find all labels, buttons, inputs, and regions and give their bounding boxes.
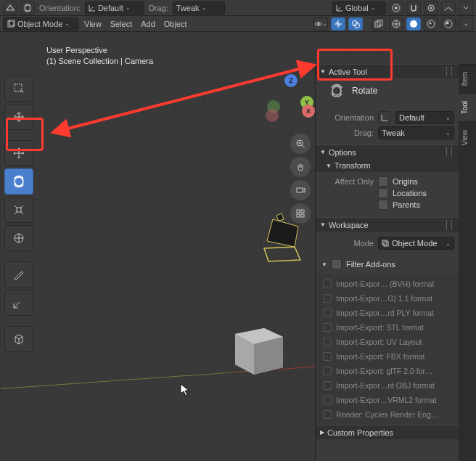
snap-icon[interactable] <box>406 1 421 15</box>
measure-tool[interactable] <box>4 290 33 316</box>
svg-point-15 <box>430 22 432 24</box>
tab-view[interactable]: View <box>459 122 476 153</box>
addon-item[interactable]: Import-Expor…nt OBJ format <box>319 378 456 393</box>
camera-view-icon[interactable] <box>290 180 311 200</box>
panel-orientation-label: Orientation <box>320 113 374 122</box>
affect-only-group: Affect OnlyOrigins Locations Parents <box>316 172 459 217</box>
move-tool[interactable] <box>4 140 33 166</box>
proportional-icon[interactable] <box>424 1 438 15</box>
svg-point-0 <box>25 5 30 11</box>
filter-addons-checkbox[interactable] <box>332 259 342 269</box>
workspace-mode-dropdown[interactable]: Object Mode ⌄ <box>378 237 454 250</box>
drag-grip-icon[interactable]: ┊┊ <box>444 220 454 229</box>
shading-rendered-icon[interactable] <box>441 17 456 30</box>
axis-z-icon[interactable]: Z <box>284 74 298 87</box>
axes-icon <box>336 4 343 12</box>
tab-tool[interactable]: Tool <box>459 93 476 121</box>
visibility-icon[interactable]: ⌄ <box>313 17 328 30</box>
gizmo-toggle-icon[interactable] <box>331 17 345 30</box>
addon-item[interactable]: Import-Expor… (BVH) format <box>319 277 456 291</box>
orientation-dropdown[interactable]: Default ⌄ <box>85 1 144 15</box>
addon-item[interactable]: Import-Export: STL format <box>319 320 456 335</box>
drag-dropdown[interactable]: Tweak ⌄ <box>173 1 225 15</box>
workspace-mode-label: Mode <box>320 239 374 248</box>
svg-point-1 <box>395 7 398 9</box>
shading-matprev-icon[interactable] <box>424 17 438 30</box>
scale-tool[interactable] <box>4 197 33 223</box>
drag-grip-icon[interactable]: ┊┊ <box>444 67 454 76</box>
svg-point-13 <box>410 20 417 28</box>
transform-tool[interactable] <box>4 225 33 251</box>
select-box-tool[interactable] <box>4 76 33 102</box>
editor-type-icon[interactable] <box>3 1 17 15</box>
drag-label: Drag: <box>147 4 170 12</box>
svg-marker-30 <box>264 247 300 261</box>
filter-addons-row[interactable]: ▼ Filter Add-ons <box>316 255 459 274</box>
overlay-toggle-icon[interactable] <box>348 17 363 30</box>
svg-rect-5 <box>8 21 14 27</box>
axes-icon <box>89 4 96 12</box>
axis-neg-icon[interactable] <box>266 109 279 122</box>
panel-drag-label: Drag: <box>320 128 374 137</box>
addon-item[interactable]: Import-Expor…G) 1.1 format <box>319 291 456 306</box>
3d-viewport[interactable]: User Perspective (1) Scene Collection | … <box>0 32 476 461</box>
panel-drag-dropdown[interactable]: Tweak⌄ <box>378 126 454 139</box>
active-tool-name-row: Rotate <box>316 78 459 106</box>
options-panel-header[interactable]: ▼ Options ┊┊ <box>316 144 459 159</box>
addon-item[interactable]: Import-Export: UV Layout <box>319 335 456 349</box>
annotate-tool[interactable] <box>4 261 33 287</box>
locations-checkbox[interactable] <box>378 188 388 198</box>
cursor-tool[interactable] <box>4 104 33 130</box>
shading-options-icon[interactable]: ⌄ <box>459 17 473 30</box>
addon-item[interactable]: Import-Expor…VRML2 format <box>319 393 456 407</box>
menu-add[interactable]: Add <box>138 20 158 28</box>
pivot-point-icon[interactable] <box>389 1 403 15</box>
rotate-icon <box>329 83 345 99</box>
disclosure-triangle-icon: ▼ <box>320 149 326 155</box>
drag-grip-icon[interactable]: ┊┊ <box>444 147 454 157</box>
orientation-label: Orientation: <box>38 4 82 12</box>
axis-x-icon[interactable]: X <box>302 105 315 118</box>
transform-space-dropdown[interactable]: Global ⌄ <box>332 1 386 15</box>
pivot-icon[interactable] <box>20 1 35 15</box>
addon-item[interactable]: Render: Cycles Render Eng… <box>319 407 456 422</box>
add-cube-tool[interactable] <box>4 326 33 352</box>
addon-item[interactable]: Import-Expor…rd PLY format <box>319 306 456 320</box>
menu-object[interactable]: Object <box>161 20 190 28</box>
curve-icon[interactable] <box>441 1 456 15</box>
pan-icon[interactable] <box>290 157 311 177</box>
mouse-cursor-icon <box>180 383 192 396</box>
tab-item[interactable]: Item <box>459 64 476 93</box>
rotate-tool[interactable] <box>4 168 33 195</box>
menu-view[interactable]: View <box>81 20 104 28</box>
shading-wire-icon[interactable] <box>389 17 403 30</box>
transform-subheader[interactable]: ▼ Transform <box>316 159 459 172</box>
xray-icon[interactable] <box>372 17 386 30</box>
menu-select[interactable]: Select <box>107 20 136 28</box>
svg-point-7 <box>317 23 319 25</box>
disclosure-triangle-icon: ▼ <box>320 221 326 228</box>
svg-point-36 <box>332 86 341 95</box>
workspace-panel-header[interactable]: ▼ Workspace ┊┊ <box>316 217 459 232</box>
origins-checkbox[interactable] <box>378 176 388 187</box>
addon-item[interactable]: Import-Export: glTF 2.0 for… <box>319 364 456 378</box>
panel-orientation-dropdown[interactable]: Default⌄ <box>395 111 454 124</box>
object-mode-icon <box>382 240 389 247</box>
camera-object[interactable] <box>258 212 309 263</box>
shading-solid-icon[interactable] <box>406 17 421 30</box>
parents-checkbox[interactable] <box>378 200 388 210</box>
active-tool-panel-header[interactable]: ▼ Active Tool ┊┊ <box>316 64 459 78</box>
viewport-header-1: Orientation: Default ⌄ Drag: Tweak ⌄ Glo… <box>0 0 476 16</box>
default-cube[interactable] <box>228 319 289 380</box>
viewport-header-2: Object Mode ⌄ View Select Add Object ⌄ ⌄ <box>0 16 476 32</box>
mode-dropdown[interactable]: Object Mode ⌄ <box>3 17 78 30</box>
addon-item[interactable]: Import-Export: FBX format <box>319 349 456 364</box>
collapse-icon[interactable] <box>459 1 473 15</box>
zoom-icon[interactable] <box>290 134 311 154</box>
svg-rect-6 <box>9 20 15 25</box>
left-toolbar <box>4 76 33 352</box>
nav-gizmo[interactable]: Z Y X <box>260 74 311 125</box>
disclosure-triangle-icon: ▶ <box>320 429 324 436</box>
axes-icon[interactable] <box>378 111 391 124</box>
custom-properties-header[interactable]: ▶ Custom Properties <box>316 425 459 439</box>
